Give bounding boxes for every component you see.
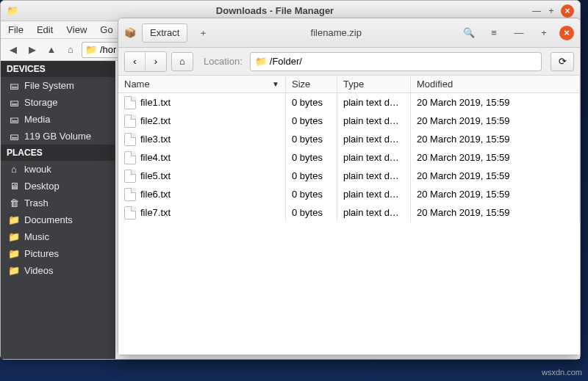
file-size: 0 bytes — [286, 93, 337, 112]
file-type: plain text d… — [337, 185, 411, 203]
col-modified[interactable]: Modified — [411, 76, 580, 92]
fm-home-button[interactable]: ⌂ — [62, 42, 79, 58]
extract-button[interactable]: Extract — [142, 23, 187, 43]
file-row[interactable]: file2.txt0 bytesplain text d…20 March 20… — [118, 112, 580, 130]
sidebar-item-icon: 🗑 — [8, 197, 20, 208]
add-button[interactable]: ＋ — [193, 23, 212, 43]
fm-app-icon: 📁 — [7, 5, 18, 16]
file-icon — [124, 133, 136, 146]
file-row[interactable]: file5.txt0 bytesplain text d…20 March 20… — [118, 167, 580, 185]
sidebar-item-icon: 🖴 — [8, 80, 20, 91]
sidebar-item-label: Documents — [24, 214, 73, 225]
folder-icon: 📁 — [85, 44, 97, 55]
sidebar-item[interactable]: 📁Documents — [1, 211, 115, 228]
file-type: plain text d… — [337, 130, 411, 148]
minimize-button[interactable]: — — [531, 6, 542, 16]
file-row[interactable]: file6.txt0 bytesplain text d…20 March 20… — [118, 185, 580, 203]
file-row[interactable]: file4.txt0 bytesplain text d…20 March 20… — [118, 148, 580, 167]
sidebar-item-label: kwouk — [24, 164, 51, 175]
file-row[interactable]: file3.txt0 bytesplain text d…20 March 20… — [118, 130, 580, 148]
fm-sidebar: DEVICES 🖴File System🖴Storage🖴Media🖴119 G… — [1, 61, 115, 359]
file-type: plain text d… — [337, 93, 411, 112]
folder-icon: 📁 — [255, 56, 267, 67]
search-button[interactable]: 🔍 — [459, 23, 478, 43]
file-name: file1.txt — [140, 97, 171, 108]
sidebar-item-label: Media — [24, 114, 50, 125]
nav-home-button[interactable]: ⌂ — [171, 52, 193, 71]
file-row[interactable]: file1.txt0 bytesplain text d…20 March 20… — [118, 93, 580, 112]
nav-forward-button[interactable]: › — [146, 52, 166, 71]
sidebar-item-label: File System — [24, 80, 74, 91]
nav-buttons: ‹ › — [124, 51, 167, 72]
menu-edit[interactable]: Edit — [37, 24, 53, 35]
menu-file[interactable]: File — [8, 24, 24, 35]
file-list[interactable]: file1.txt0 bytesplain text d…20 March 20… — [118, 93, 580, 355]
sidebar-item-icon: 📁 — [8, 231, 20, 242]
location-field[interactable]: 📁 /Folder/ — [250, 52, 542, 71]
file-modified: 20 March 2019, 15:59 — [411, 167, 580, 185]
sidebar-item[interactable]: 📁Music — [1, 228, 115, 245]
menu-view[interactable]: View — [66, 24, 87, 35]
sidebar-item[interactable]: 📁Videos — [1, 262, 115, 279]
file-icon — [124, 151, 136, 164]
file-type: plain text d… — [337, 148, 411, 167]
sidebar-item[interactable]: 🖴File System — [1, 77, 115, 94]
sidebar-item-label: Music — [24, 231, 49, 242]
file-icon — [124, 96, 136, 109]
maximize-button[interactable]: + — [546, 6, 556, 16]
sidebar-item[interactable]: 📁Pictures — [1, 245, 115, 262]
archive-window: 📦 Extract ＋ filename.zip 🔍 ≡ — + × ‹ › ⌂… — [118, 18, 581, 355]
reload-button[interactable]: ⟳ — [551, 52, 574, 71]
file-name: file7.txt — [140, 207, 171, 218]
sidebar-item[interactable]: 🗑Trash — [1, 195, 115, 211]
archive-title: filename.zip — [218, 27, 453, 38]
sidebar-item-icon: 📁 — [8, 248, 20, 259]
location-label: Location: — [204, 56, 243, 67]
sidebar-item-icon: 🖴 — [8, 97, 20, 108]
file-size: 0 bytes — [286, 185, 337, 203]
col-type[interactable]: Type — [337, 76, 411, 92]
sidebar-item-label: Desktop — [24, 181, 60, 192]
archive-close-button[interactable]: × — [559, 26, 574, 40]
archive-minimize-button[interactable]: — — [509, 23, 528, 43]
file-name: file3.txt — [140, 134, 171, 145]
file-row[interactable]: file7.txt0 bytesplain text d…20 March 20… — [118, 203, 580, 222]
file-modified: 20 March 2019, 15:59 — [411, 93, 580, 112]
sidebar-item-label: Videos — [24, 265, 54, 276]
sidebar-item-label: Pictures — [24, 248, 59, 259]
close-button[interactable]: × — [561, 4, 574, 18]
sidebar-item-icon: ⌂ — [8, 164, 20, 175]
sidebar-item[interactable]: 🖴119 GB Volume — [1, 128, 115, 145]
sidebar-item-label: Trash — [24, 197, 49, 208]
archive-header: 📦 Extract ＋ filename.zip 🔍 ≡ — + × — [118, 18, 580, 48]
file-icon — [124, 170, 136, 183]
menu-go[interactable]: Go — [100, 24, 112, 35]
sidebar-item[interactable]: 🖥Desktop — [1, 178, 115, 195]
menu-button[interactable]: ≡ — [484, 23, 503, 43]
location-value: /Folder/ — [270, 56, 302, 67]
col-size[interactable]: Size — [286, 76, 337, 92]
file-modified: 20 March 2019, 15:59 — [411, 185, 580, 203]
sidebar-item[interactable]: 🖴Media — [1, 111, 115, 128]
file-name: file2.txt — [140, 115, 171, 126]
col-name[interactable]: Name ▼ — [118, 76, 286, 92]
fm-back-button[interactable]: ◀ — [5, 42, 21, 58]
sidebar-item-icon: 📁 — [8, 265, 20, 276]
fm-location-value: /hor — [100, 44, 116, 55]
fm-forward-button[interactable]: ▶ — [24, 42, 40, 58]
sidebar-item[interactable]: ⌂kwouk — [1, 161, 115, 178]
sidebar-item-label: 119 GB Volume — [24, 131, 91, 142]
nav-back-button[interactable]: ‹ — [125, 52, 146, 71]
sidebar-item[interactable]: 🖴Storage — [1, 94, 115, 111]
file-size: 0 bytes — [286, 148, 337, 167]
archive-maximize-button[interactable]: + — [534, 23, 553, 43]
fm-up-button[interactable]: ▲ — [43, 42, 60, 58]
file-type: plain text d… — [337, 203, 411, 222]
file-name: file6.txt — [140, 189, 171, 200]
file-size: 0 bytes — [286, 112, 337, 130]
watermark: wsxdn.com — [542, 368, 582, 377]
file-modified: 20 March 2019, 15:59 — [411, 112, 580, 130]
sidebar-item-icon: 🖥 — [8, 181, 20, 192]
column-headers: Name ▼ Size Type Modified — [118, 76, 580, 93]
file-name: file4.txt — [140, 152, 171, 163]
